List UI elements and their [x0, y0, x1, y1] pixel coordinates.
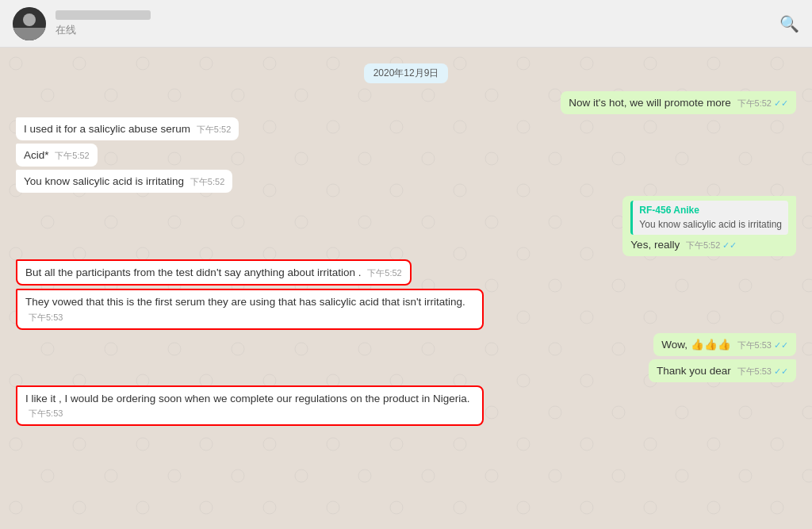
quote-text: You know salicylic acid is irritating: [639, 218, 782, 232]
contact-name-bar: [56, 10, 151, 20]
bubble-left-1: I used it for a salicylic abuse serum 下午…: [16, 117, 239, 140]
bubble-left-5: They vowed that this is the first serum …: [16, 289, 484, 330]
message-row-right-3: Wow, 👍👍👍 下午5:53 ✓✓: [16, 333, 796, 356]
message-text: I like it , I would be ordering soon whe…: [25, 393, 470, 404]
message-row-left-4: But all the participants from the test d…: [16, 259, 796, 286]
bubble-right-3: Wow, 👍👍👍 下午5:53 ✓✓: [653, 333, 796, 356]
message-text: You know salicylic acid is irritating: [24, 175, 187, 187]
message-row-right-1: Now it's hot, we will promote more 下午5:5…: [16, 91, 796, 114]
message-meta: 下午5:52 ✓✓: [686, 240, 737, 250]
message-meta: 下午5:53: [29, 312, 63, 322]
message-meta: 下午5:52: [197, 125, 231, 134]
date-divider: 2020年12月9日: [16, 63, 796, 83]
message-meta: 下午5:52: [367, 268, 401, 278]
contact-status: 在线: [56, 23, 779, 37]
message-meta: 下午5:52: [190, 177, 224, 186]
message-meta: 下午5:52: [55, 151, 89, 160]
message-row-left-2: Acid* 下午5:52: [16, 144, 796, 167]
search-icon[interactable]: 🔍: [779, 14, 799, 33]
message-ticks: ✓✓: [772, 366, 788, 376]
message-meta: 下午5:53 ✓✓: [737, 366, 788, 376]
message-row-left-5: They vowed that this is the first serum …: [16, 289, 796, 330]
message-text: Now it's hot, we will promote more: [569, 97, 733, 109]
message-ticks: ✓✓: [772, 98, 788, 108]
avatar[interactable]: [13, 7, 46, 40]
chat-area: 2020年12月9日Now it's hot, we will promote …: [0, 48, 812, 529]
message-ticks: ✓✓: [720, 240, 737, 250]
message-text: Acid*: [24, 149, 52, 161]
bubble-right-4: Thank you dear 下午5:53 ✓✓: [649, 359, 796, 382]
message-row-left-3: You know salicylic acid is irritating 下午…: [16, 170, 796, 193]
message-row-right-4: Thank you dear 下午5:53 ✓✓: [16, 359, 796, 382]
bubble-left-3: You know salicylic acid is irritating 下午…: [16, 170, 232, 193]
header-info: 在线: [56, 10, 779, 37]
message-text: I used it for a salicylic abuse serum: [24, 123, 193, 135]
message-row-right-2: RF-456 AnikeYou know salicylic acid is i…: [16, 196, 796, 256]
bubble-right-2: RF-456 AnikeYou know salicylic acid is i…: [622, 196, 796, 256]
message-text: But all the participants from the test d…: [25, 266, 364, 278]
message-meta: 下午5:52 ✓✓: [737, 98, 788, 108]
quote-block: RF-456 AnikeYou know salicylic acid is i…: [630, 201, 788, 236]
message-meta: 下午5:53: [29, 408, 63, 418]
chat-header: 在线 🔍: [0, 0, 812, 48]
message-row-left-6: I like it , I would be ordering soon whe…: [16, 385, 796, 427]
bubble-left-4: But all the participants from the test d…: [16, 259, 412, 286]
bubble-left-6: I like it , I would be ordering soon whe…: [16, 385, 484, 427]
message-text: Yes, really: [630, 239, 683, 251]
message-ticks: ✓✓: [772, 340, 788, 350]
message-meta: 下午5:53 ✓✓: [737, 340, 788, 350]
message-row-left-1: I used it for a salicylic abuse serum 下午…: [16, 117, 796, 140]
bubble-left-2: Acid* 下午5:52: [16, 144, 98, 167]
quote-author: RF-456 Anike: [639, 204, 782, 217]
bubble-right-1: Now it's hot, we will promote more 下午5:5…: [561, 91, 796, 114]
date-label: 2020年12月9日: [364, 63, 449, 83]
message-text: Thank you dear: [657, 365, 734, 377]
message-text: They vowed that this is the first serum …: [25, 296, 465, 308]
message-text: Wow, 👍👍👍: [661, 339, 733, 351]
